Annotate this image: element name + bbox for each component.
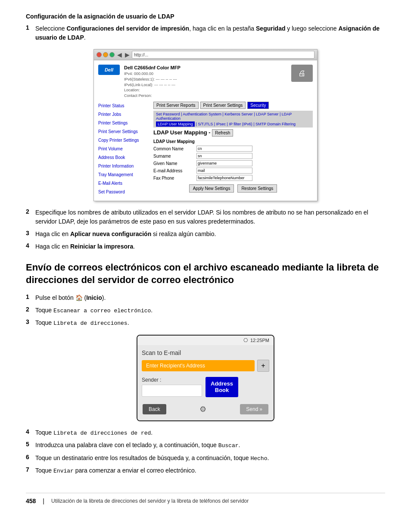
plus-button[interactable]: + [257,360,269,372]
s2-step-num-7: 7 [26,466,32,476]
nav-print-volume[interactable]: Print Volume [98,145,150,153]
ldap-user-mapping-tab[interactable]: LDAP User Mapping [156,121,195,127]
nav-email-alerts[interactable]: E-Mail Alerts [98,179,150,188]
tab-print-server-settings[interactable]: Print Server Settings [200,102,246,109]
page-footer: 458 | Utilización de la libreta de direc… [26,493,385,504]
printer-info-line1: IPv4: 000.000.00 [124,71,287,77]
s2-step-num-5: 5 [26,441,32,450]
s2-step-text-7: Toque Enviar para comenzar a enviar el c… [35,466,385,476]
mapping-input-givenname[interactable] [196,160,252,166]
left-nav: Printer Status Printer Jobs Printer Sett… [98,102,150,196]
tab-print-server-reports[interactable]: Print Server Reports [153,102,199,109]
printer-info-line4: Location: [124,87,287,93]
s2-step-2: 2 Toque Escanear a correo electrónico. [26,306,385,315]
browser-body: Dell Dell C2665dnf Color MFP IPv4: 000.0… [94,60,317,201]
bold-reiniciar: Reiniciar la impresora [70,243,133,250]
mapping-input-cn[interactable] [196,146,252,152]
send-arrow-icon: » [259,406,262,412]
nav-printer-status[interactable]: Printer Status [98,102,150,110]
s2-step-num-4: 4 [26,428,32,438]
ldap-mapping-subtitle: LDAP User Mapping [153,139,313,144]
nav-address-book[interactable]: Address Book [98,153,150,162]
s2-step-text-6: Toque un destinatario entre los resultad… [35,454,385,463]
restore-settings-button[interactable]: Restore Settings [237,184,277,193]
browser-bottom-buttons: Apply New Settings Restore Settings [153,184,313,193]
s2-step-text-2: Toque Escanear a correo electrónico. [35,306,385,315]
min-btn[interactable] [103,52,108,57]
refresh-button[interactable]: Refresh [212,129,233,137]
send-button[interactable]: Send » [240,404,268,414]
time-display: 12:25PM [250,338,269,343]
ldap-mapping-title: LDAP User Mapping - Refresh [153,129,313,137]
mapping-input-email[interactable] [196,168,252,174]
sender-input[interactable] [142,385,202,397]
step-num-3: 3 [26,230,32,239]
ldap-section-title: Configuración de la asignación de usuari… [26,13,385,20]
step-text-1: Seleccione Configuraciones del servidor … [35,24,385,42]
s2-step-4: 4 Toque Libreta de direcciones de red. [26,428,385,438]
s2-step-text-1: Pulse el botón 🏠 (Inicio). [35,293,385,302]
nav-set-password[interactable]: Set Password [98,188,150,196]
sender-left: Sender : [142,377,202,397]
mapping-row-fax: Fax Phone [153,175,313,181]
recipient-input[interactable]: Enter Recipient's Address [142,360,255,371]
apply-settings-button[interactable]: Apply New Settings [189,184,234,193]
address-book-button[interactable]: AddressBook [206,377,238,397]
s2-step-1: 1 Pulse el botón 🏠 (Inicio). [26,293,385,302]
mapping-row-givenname: Given Name [153,160,313,166]
back-arrow-icon[interactable]: ◀ [116,51,123,58]
nav-print-server-settings[interactable]: Print Server Settings [98,128,150,136]
close-btn[interactable] [97,52,102,57]
security-top-tabs: Set Password | Authentication System | K… [156,112,310,121]
recipient-row: Enter Recipient's Address + [142,360,269,372]
s2-step-7: 7 Toque Enviar para comenzar a enviar el… [26,466,385,476]
browser-titlebar: ◀ ▶ [94,50,317,60]
printer-name: Dell C2665dnf Color MFP [124,65,287,71]
code-enviar: Enviar [53,468,74,474]
browser-content-area: Printer Status Printer Jobs Printer Sett… [98,102,313,196]
nav-tray-management[interactable]: Tray Management [98,171,150,179]
gear-icon[interactable]: ⚙ [199,404,206,414]
mapping-input-sn[interactable] [196,153,252,159]
code-buscar: Buscar [218,442,239,449]
nav-printer-settings[interactable]: Printer Settings [98,119,150,128]
left-sidebar: Printer Status Printer Jobs Printer Sett… [98,102,150,196]
max-btn[interactable] [109,52,115,57]
step-text-2: Especifique los nombres de atributo util… [35,208,385,226]
mapping-input-fax[interactable] [196,175,252,181]
nav-copy-printer-settings[interactable]: Copy Printer Settings [98,136,150,145]
nav-printer-jobs[interactable]: Printer Jobs [98,110,150,119]
mapping-row-email: E-mail Address [153,168,313,174]
tab-security[interactable]: Security [247,102,269,109]
ldap-mapping-table: Common Name Surname Given Name E-mail Ad… [153,146,313,181]
security-sub-tabs: LDAP User Mapping | S/TJTLS | IPsec | IP… [156,122,310,126]
dell-logo: Dell [98,65,120,75]
step-text-4: Haga clic en Reiniciar la impresora. [35,242,385,251]
mobile-footer: Back ⚙ Send » [142,402,269,416]
address-bar[interactable] [132,51,314,59]
nav-printer-information[interactable]: Printer Information [98,162,150,171]
mapping-row-cn: Common Name [153,146,313,152]
mapping-label-fax: Fax Phone [153,176,196,180]
printer-header: Dell Dell C2665dnf Color MFP IPv4: 000.0… [98,65,313,98]
step-num-4: 4 [26,242,32,251]
mobile-screenshot: ⎔ 12:25PM Scan to E-mail Enter Recipient… [137,335,274,421]
send-label: Send [246,406,258,412]
code-libreta: Libreta de direcciones [53,320,128,327]
mapping-label-email: E-mail Address [153,168,196,173]
scan-to-email-title: Scan to E-mail [142,349,269,356]
code-escanear: Escanear a correo electrónico [53,308,151,314]
forward-arrow-icon[interactable]: ▶ [124,51,131,58]
mapping-row-sn: Surname [153,153,313,159]
s2-step-num-1: 1 [26,293,32,302]
s2-step-3: 3 Toque Libreta de direcciones. [26,318,385,328]
footer-text: Utilización de la libreta de direcciones… [51,498,249,504]
printer-icon: 🖨 [291,65,313,82]
back-button[interactable]: Back [143,404,166,414]
s2-step-num-2: 2 [26,306,32,315]
s2-step-text-3: Toque Libreta de direcciones. [35,318,385,328]
s2-step-num-3: 3 [26,318,32,328]
sender-label: Sender : [142,377,202,383]
wifi-icon: ⎔ [243,337,248,343]
browser-screenshot: ◀ ▶ Dell Dell C2665dnf Color MFP IPv4: 0… [93,49,318,201]
